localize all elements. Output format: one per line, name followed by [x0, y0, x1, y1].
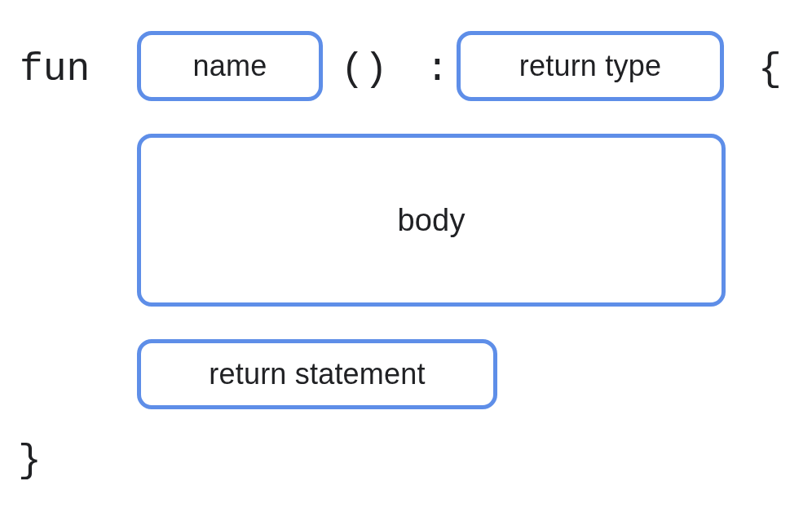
slot-return-statement-label: return statement — [209, 357, 425, 391]
slot-body: body — [137, 134, 726, 307]
brace-open: { — [758, 47, 782, 91]
brace-close: } — [18, 439, 42, 483]
colon: : — [426, 47, 449, 91]
slot-name: name — [137, 31, 323, 101]
slot-return-statement: return statement — [137, 339, 497, 409]
slot-return-type: return type — [457, 31, 724, 101]
parentheses: () — [341, 47, 388, 91]
slot-name-label: name — [193, 49, 267, 83]
slot-return-type-label: return type — [519, 49, 661, 83]
slot-body-label: body — [397, 203, 465, 238]
keyword-fun: fun — [20, 47, 90, 91]
